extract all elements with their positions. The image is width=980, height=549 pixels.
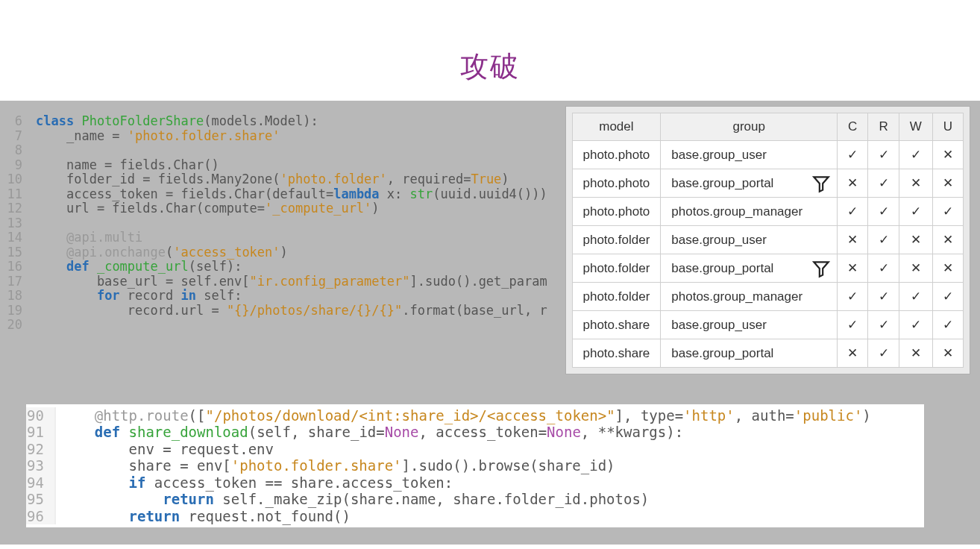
cell-perm: ✕: [838, 226, 868, 254]
perm-row: photo.photobase.group_portal✕✓✕✕: [572, 169, 964, 198]
permissions-table-wrap: modelgroupCRWUphoto.photobase.group_user…: [566, 107, 970, 374]
col-header: R: [868, 113, 899, 141]
col-header: U: [932, 113, 963, 141]
content-area: 6class PhotoFolderShare(models.Model):7 …: [0, 101, 980, 545]
cell-perm: ✕: [932, 254, 963, 283]
cell-perm: ✓: [932, 198, 963, 226]
filter-icon: [811, 259, 831, 278]
cell-perm: ✓: [838, 311, 868, 339]
filter-icon: [811, 174, 831, 193]
code-line: 91 def share_download(self, share_id=Non…: [26, 424, 924, 441]
cell-perm: ✓: [899, 283, 932, 311]
perm-row: photo.photobase.group_user✓✓✓✕: [572, 141, 964, 169]
col-header: C: [838, 113, 868, 141]
cell-perm: ✓: [899, 198, 932, 226]
perm-row: photo.folderbase.group_user✕✓✕✕: [572, 226, 964, 254]
permissions-table: modelgroupCRWUphoto.photobase.group_user…: [572, 113, 964, 368]
cell-perm: ✓: [868, 141, 899, 169]
cell-perm: ✕: [932, 169, 963, 198]
cell-perm: ✓: [868, 283, 899, 311]
code-line: 96 return request.not_found(): [26, 508, 924, 525]
cell-perm: ✓: [838, 198, 868, 226]
cell-perm: ✓: [932, 283, 963, 311]
perm-row: photo.sharebase.group_user✓✓✓✓: [572, 311, 964, 339]
cell-model: photo.folder: [572, 254, 661, 283]
cell-group: base.group_portal: [661, 339, 838, 368]
cell-perm: ✕: [899, 254, 932, 283]
cell-group: base.group_user: [661, 141, 838, 169]
cell-model: photo.photo: [572, 169, 661, 198]
code-line: 90 @http.route(["/photos/download/<int:s…: [26, 407, 924, 424]
cell-model: photo.share: [572, 339, 661, 368]
cell-model: photo.folder: [572, 226, 661, 254]
cell-group: photos.group_manager: [661, 283, 838, 311]
cell-perm: ✓: [899, 141, 932, 169]
cell-perm: ✕: [838, 254, 868, 283]
perm-row: photo.folderphotos.group_manager✓✓✓✓: [572, 283, 964, 311]
perm-row: photo.folderbase.group_portal✕✓✕✕: [572, 254, 964, 283]
cell-perm: ✕: [899, 226, 932, 254]
col-header: W: [899, 113, 932, 141]
cell-model: photo.photo: [572, 198, 661, 226]
cell-perm: ✓: [868, 311, 899, 339]
cell-perm: ✓: [838, 283, 868, 311]
code-block-2-wrap: 90 @http.route(["/photos/download/<int:s…: [26, 404, 924, 528]
cell-perm: ✕: [838, 339, 868, 368]
code-block-2: 90 @http.route(["/photos/download/<int:s…: [26, 407, 924, 525]
cell-perm: ✓: [932, 311, 963, 339]
cell-perm: ✓: [868, 226, 899, 254]
col-header: group: [661, 113, 838, 141]
cell-model: photo.folder: [572, 283, 661, 311]
cell-perm: ✕: [932, 339, 963, 368]
cell-perm: ✓: [838, 141, 868, 169]
col-header: model: [572, 113, 661, 141]
cell-perm: ✕: [899, 169, 932, 198]
code-line: 94 if access_token == share.access_token…: [26, 474, 924, 492]
perm-row: photo.sharebase.group_portal✕✓✕✕: [572, 339, 964, 368]
cell-perm: ✕: [899, 339, 932, 368]
cell-perm: ✕: [932, 226, 963, 254]
cell-perm: ✓: [899, 311, 932, 339]
perm-row: photo.photophotos.group_manager✓✓✓✓: [572, 198, 964, 226]
code-line: 92 env = request.env: [26, 441, 924, 458]
cell-perm: ✓: [868, 254, 899, 283]
cell-group: base.group_user: [661, 311, 838, 339]
cell-group: base.group_portal: [661, 169, 838, 198]
cell-group: photos.group_manager: [661, 198, 838, 226]
code-line: 93 share = env['photo.folder.share'].sud…: [26, 457, 924, 474]
cell-perm: ✓: [868, 339, 899, 368]
cell-model: photo.share: [572, 311, 661, 339]
cell-perm: ✕: [932, 141, 963, 169]
code-line: 95 return self._make_zip(share.name, sha…: [26, 491, 924, 508]
cell-model: photo.photo: [572, 141, 661, 169]
cell-group: base.group_user: [661, 226, 838, 254]
cell-perm: ✓: [868, 198, 899, 226]
cell-group: base.group_portal: [661, 254, 838, 283]
slide-title: 攻破: [0, 0, 980, 101]
cell-perm: ✕: [838, 169, 868, 198]
cell-perm: ✓: [868, 169, 899, 198]
